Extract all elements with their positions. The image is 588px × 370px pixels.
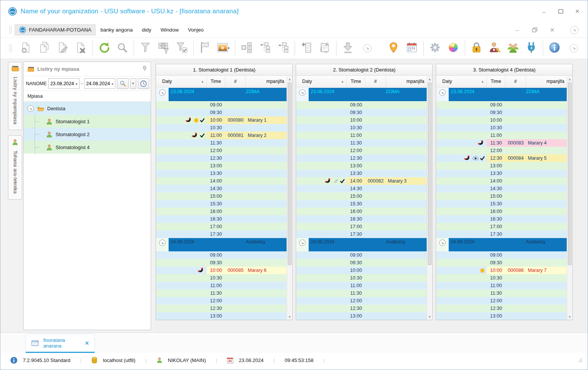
expand-all-button[interactable]: [257, 41, 272, 56]
reports-button[interactable]: [317, 41, 332, 56]
time-slot-row[interactable]: 12:00: [296, 297, 427, 305]
time-slot-row[interactable]: 17:00: [156, 223, 287, 230]
collapse-arrow-icon[interactable]: ↘: [299, 240, 306, 246]
time-slot-row[interactable]: 16:00: [156, 208, 287, 215]
scroll-down-icon[interactable]: ▼: [287, 314, 292, 320]
time-slot-row[interactable]: 10:00: [296, 267, 427, 274]
menu-item-didy[interactable]: didy: [137, 25, 156, 35]
collapse-arrow-icon[interactable]: ↘: [439, 240, 446, 246]
collapse-arrow-icon[interactable]: ↘: [159, 240, 166, 246]
scroll-up-icon[interactable]: ▲: [567, 76, 572, 82]
time-slot-row[interactable]: 16:30: [156, 215, 287, 223]
scroll-down-icon[interactable]: ▼: [567, 314, 572, 320]
time-slot-row[interactable]: 10:30: [296, 124, 427, 132]
time-slot-row[interactable]: 11:30: [296, 289, 427, 297]
column-header-daty[interactable]: Daty▲: [156, 76, 207, 87]
time-slot-row[interactable]: 11:00: [296, 132, 427, 139]
column-header-time[interactable]: Time: [487, 76, 505, 87]
time-slot-row[interactable]: 11:30: [296, 139, 427, 147]
child-minimize-button[interactable]: –: [514, 27, 521, 33]
time-slot-row[interactable]: 12:00: [296, 147, 427, 154]
column-header-mpanjifa[interactable]: mpanjifa: [386, 76, 427, 87]
time-slot-row[interactable]: 16:30: [296, 215, 427, 223]
expand-node-button[interactable]: [239, 41, 254, 56]
time-slot-row[interactable]: 12:00: [436, 297, 567, 305]
menu-drag-handle[interactable]: [10, 26, 11, 34]
time-slot-row[interactable]: 15:00: [436, 192, 567, 200]
tab-close-icon[interactable]: ✕: [85, 340, 89, 346]
time-slot-row[interactable]: 09:00: [156, 101, 287, 109]
appointment-row[interactable]: 10:00000085Marary 6: [156, 267, 287, 274]
date-header-row[interactable]: ↘24.08.2024Asabotsy: [296, 238, 427, 251]
time-slot-row[interactable]: 15:30: [436, 200, 567, 208]
appointment-row[interactable]: 12:30000084Marary 5: [436, 154, 567, 162]
tab-fisoratana-anarana[interactable]: fisoratana anarana ✕: [25, 334, 95, 353]
collapse-arrow-icon[interactable]: ↘: [299, 89, 306, 96]
toolbar-drag-handle[interactable]: [10, 44, 11, 52]
chevron-down-icon[interactable]: ▼: [75, 83, 78, 86]
appointment-row[interactable]: 11:00000081Marary 2: [156, 132, 287, 139]
time-slot-row[interactable]: 10:30: [296, 274, 427, 282]
pin-icon[interactable]: [142, 66, 147, 73]
panel-title[interactable]: 1. Stomatologist 1 (Dentista): [156, 64, 292, 76]
side-tab-tohana-ara-teknika[interactable]: Tohana ara-teknika: [8, 135, 22, 200]
menu-overflow-icon[interactable]: ↘: [570, 26, 578, 34]
copy-record-button[interactable]: [37, 41, 52, 56]
column-header-num[interactable]: #: [365, 76, 386, 87]
tree-item-stomatologist-4[interactable]: Stomatologist 4: [24, 141, 151, 154]
add-record-button[interactable]: [18, 41, 33, 56]
time-slot-row[interactable]: 17:00: [436, 223, 567, 230]
collapse-arrow-icon[interactable]: ↘: [159, 89, 166, 96]
resize-grip[interactable]: [577, 357, 582, 364]
time-slot-row[interactable]: 13:00: [436, 312, 567, 320]
time-slot-row[interactable]: 17:00: [296, 223, 427, 230]
time-slot-row[interactable]: 11:30: [156, 289, 287, 297]
menu-item-fandaharam-potoana[interactable]: usuFANDAHARAM-POTOANA: [14, 24, 96, 36]
time-slot-row[interactable]: 12:30: [156, 154, 287, 162]
time-slot-row[interactable]: 15:00: [296, 192, 427, 200]
search-options-button[interactable]: ▼: [130, 78, 136, 89]
time-slot-row[interactable]: 17:30: [436, 230, 567, 238]
menu-item-window[interactable]: Window: [156, 25, 183, 35]
time-slot-row[interactable]: 09:00: [156, 251, 287, 259]
time-slot-row[interactable]: 09:00: [436, 251, 567, 259]
time-slot-row[interactable]: 12:30: [296, 305, 427, 312]
date-header-row[interactable]: ↘23.08.2024ZOMA: [156, 88, 287, 101]
column-header-mpanjifa[interactable]: mpanjifa: [246, 76, 287, 87]
users-button[interactable]: [505, 41, 521, 56]
column-header-daty[interactable]: Daty▲: [296, 76, 347, 87]
column-header-num[interactable]: #: [505, 76, 526, 87]
flag-button[interactable]: [198, 41, 213, 56]
date-header-row[interactable]: ↘23.08.2024ZOMA: [436, 88, 567, 101]
time-slot-row[interactable]: 13:00: [296, 162, 427, 170]
time-slot-row[interactable]: 11:00: [156, 282, 287, 289]
plug-button[interactable]: [524, 41, 539, 56]
collapse-all-button[interactable]: [276, 41, 291, 56]
lock-button[interactable]: [469, 41, 484, 56]
panel-title[interactable]: 2. Stomatologist 2 (Dentista): [296, 64, 432, 76]
time-slot-row[interactable]: 13:00: [156, 312, 287, 320]
time-slot-row[interactable]: 17:30: [296, 230, 427, 238]
time-slot-row[interactable]: 11:00: [436, 282, 567, 289]
close-button[interactable]: ✕: [574, 8, 581, 15]
time-slot-row[interactable]: 09:30: [296, 109, 427, 116]
time-slot-row[interactable]: 13:00: [436, 162, 567, 170]
column-header-mpanjifa[interactable]: mpanjifa: [526, 76, 567, 87]
add-row-button[interactable]: [299, 41, 314, 56]
scroll-up-icon[interactable]: ▲: [287, 76, 292, 82]
time-slot-row[interactable]: 13:00: [296, 312, 427, 320]
current-time-button[interactable]: [138, 78, 149, 89]
tree-column-header[interactable]: Mpiasa: [24, 91, 151, 102]
time-slot-row[interactable]: 10:30: [156, 274, 287, 282]
time-slot-row[interactable]: 11:00: [436, 132, 567, 139]
download-button[interactable]: [340, 41, 355, 56]
time-slot-row[interactable]: 11:30: [436, 289, 567, 297]
appointment-row[interactable]: 11:30000083Marary 4: [436, 139, 567, 147]
time-slot-row[interactable]: 11:30: [156, 139, 287, 147]
time-slot-row[interactable]: 14:00: [156, 177, 287, 185]
toolbar-overflow-icon[interactable]: ↘: [570, 44, 578, 52]
collapse-arrow-icon[interactable]: ↘: [27, 105, 34, 112]
time-slot-row[interactable]: 13:00: [156, 162, 287, 170]
panel-title[interactable]: 3. Stomatologist 4 (Dentista): [436, 64, 572, 76]
settings-button[interactable]: [427, 41, 443, 56]
